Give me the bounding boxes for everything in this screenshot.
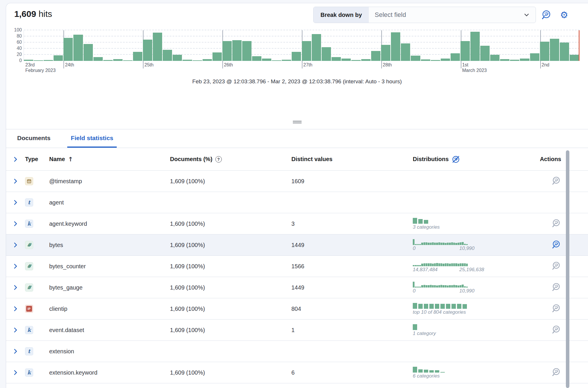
x-axis-day-label: 23rd <box>25 62 35 68</box>
explore-field-button[interactable] <box>551 176 561 186</box>
chevron-right-icon <box>13 242 18 248</box>
field-name: bytes_counter <box>49 263 170 270</box>
expand-row-button[interactable] <box>10 176 20 186</box>
explore-field-button[interactable] <box>551 261 561 271</box>
sparkline-bars <box>413 239 468 245</box>
view-tabs: DocumentsField statistics <box>6 129 588 148</box>
histogram-sparkline[interactable]: 010,990 <box>413 281 480 294</box>
chevron-right-icon <box>13 285 18 290</box>
help-icon[interactable]: ? <box>215 156 222 163</box>
histogram-section: 1,609 hits Break down by Select field ⚙ … <box>6 3 588 129</box>
documents-percent-value: 1,609 (100%) <box>170 242 291 248</box>
explore-field-button[interactable] <box>551 367 561 377</box>
hide-distributions-toggle[interactable] <box>451 155 460 164</box>
y-axis-tick-label: 40 <box>9 46 22 51</box>
sparkline-bars <box>413 260 468 266</box>
field-name: extension.keyword <box>49 369 170 376</box>
top-values-sparkline[interactable]: 1 category <box>413 324 480 336</box>
chart-slash-icon <box>451 155 460 164</box>
expand-row-button[interactable] <box>10 240 20 250</box>
distinct-values-count: 6 <box>291 369 413 376</box>
table-row: #bytes1,609 (100%)1449010,990 <box>6 234 588 256</box>
table-row: #bytes_gauge1,609 (100%)1449010,990 <box>6 277 588 298</box>
expand-row-button[interactable] <box>10 261 20 271</box>
column-header-distributions: Distributions <box>413 155 546 164</box>
table-row: kagent.keyword1,609 (100%)33 categories <box>6 213 588 234</box>
top-values-sparkline[interactable]: 6 categories <box>413 366 480 379</box>
explore-field-button[interactable] <box>551 304 561 313</box>
y-axis-tick-label: 80 <box>9 33 22 39</box>
table-body: @timestamp1,609 (100%)1609tagentkagent.k… <box>6 171 588 383</box>
sparkline-max-label: 10,990 <box>459 246 474 251</box>
top-values-sparkline[interactable]: 3 categories <box>413 218 480 230</box>
explore-in-lens-icon <box>552 261 561 270</box>
chevron-right-icon <box>13 221 18 227</box>
documents-percent-value: 1,609 (100%) <box>170 263 291 270</box>
table-row: @timestamp1,609 (100%)1609 <box>6 171 588 192</box>
distinct-values-count: 1449 <box>291 284 413 291</box>
sort-ascending-icon: ↑ <box>68 156 73 163</box>
field-type-number-icon: # <box>25 241 33 249</box>
explore-in-lens-icon <box>552 367 561 377</box>
vertical-scrollbar[interactable] <box>566 150 569 388</box>
field-type-keyword-icon: k <box>25 326 33 334</box>
chevron-right-icon <box>13 178 18 184</box>
documents-percent-value: 1,609 (100%) <box>170 284 291 291</box>
sparkline-label: top 10 of 804 categories <box>413 309 480 315</box>
column-header-distinct-values[interactable]: Distinct values <box>291 156 413 163</box>
explore-field-button[interactable] <box>551 282 561 292</box>
field-name: agent <box>49 199 170 206</box>
y-axis-tick-label: 0 <box>9 58 22 63</box>
x-axis-day-label: 27th <box>303 62 312 68</box>
expand-row-button[interactable] <box>10 197 20 207</box>
tab-field-statistics[interactable]: Field statistics <box>67 129 117 148</box>
documents-percent-value: 1,609 (100%) <box>170 221 291 227</box>
field-name: bytes <box>49 242 170 248</box>
expand-row-button[interactable] <box>10 283 20 292</box>
table-row: tagent <box>6 192 588 213</box>
x-axis-month-label: February 2023 <box>25 68 56 73</box>
top-values-sparkline[interactable]: top 10 of 804 categories <box>413 303 480 315</box>
table-row: textension <box>6 341 588 362</box>
field-type-number-icon: # <box>25 283 33 292</box>
explore-in-lens-icon <box>552 176 561 185</box>
explore-field-button[interactable] <box>551 325 561 335</box>
field-type-number-icon: # <box>25 262 33 270</box>
field-name: agent.keyword <box>49 221 170 227</box>
expand-row-button[interactable] <box>10 346 20 356</box>
field-type-text-icon: t <box>25 347 33 355</box>
histogram-sparkline[interactable]: 14,837,48425,196,638 <box>413 260 480 273</box>
x-axis-day-label: 26th <box>224 62 233 68</box>
field-type-ip-icon: IP <box>25 305 33 313</box>
sparkline-label: 6 categories <box>413 373 480 379</box>
chevron-right-icon <box>13 348 18 354</box>
field-name: extension <box>49 348 170 355</box>
distinct-values-count: 3 <box>291 221 413 227</box>
y-axis-tick-label: 100 <box>9 27 22 33</box>
explore-in-lens-icon <box>552 240 561 249</box>
expand-row-button[interactable] <box>10 304 20 314</box>
documents-percent-value: 1,609 (100%) <box>170 369 291 376</box>
column-header-name[interactable]: Name ↑ <box>49 156 170 163</box>
histogram-sparkline[interactable]: 010,990 <box>413 239 480 251</box>
field-name: clientip <box>49 306 170 312</box>
chevron-right-icon <box>13 327 18 333</box>
field-type-text-icon: t <box>25 198 33 207</box>
table-row: kevent.dataset1,609 (100%)11 category <box>6 320 588 341</box>
column-header-type[interactable]: Type <box>25 156 49 163</box>
expand-row-button[interactable] <box>10 325 20 335</box>
expand-row-button[interactable] <box>10 368 20 378</box>
expand-row-button[interactable] <box>10 219 20 229</box>
column-header-documents[interactable]: Documents (%) ? <box>170 156 291 163</box>
distinct-values-count: 1609 <box>291 178 413 185</box>
explore-in-lens-icon <box>552 304 561 313</box>
explore-field-button[interactable] <box>551 240 561 250</box>
expand-all-button[interactable] <box>10 154 20 164</box>
field-name: event.dataset <box>49 327 170 334</box>
tab-documents[interactable]: Documents <box>14 129 54 148</box>
y-axis-tick-label: 20 <box>9 52 22 57</box>
sparkline-max-label: 10,990 <box>459 288 474 294</box>
explore-field-button[interactable] <box>551 218 561 228</box>
table-row: IPclientip1,609 (100%)804top 10 of 804 c… <box>6 298 588 320</box>
chevron-right-icon <box>13 306 18 312</box>
